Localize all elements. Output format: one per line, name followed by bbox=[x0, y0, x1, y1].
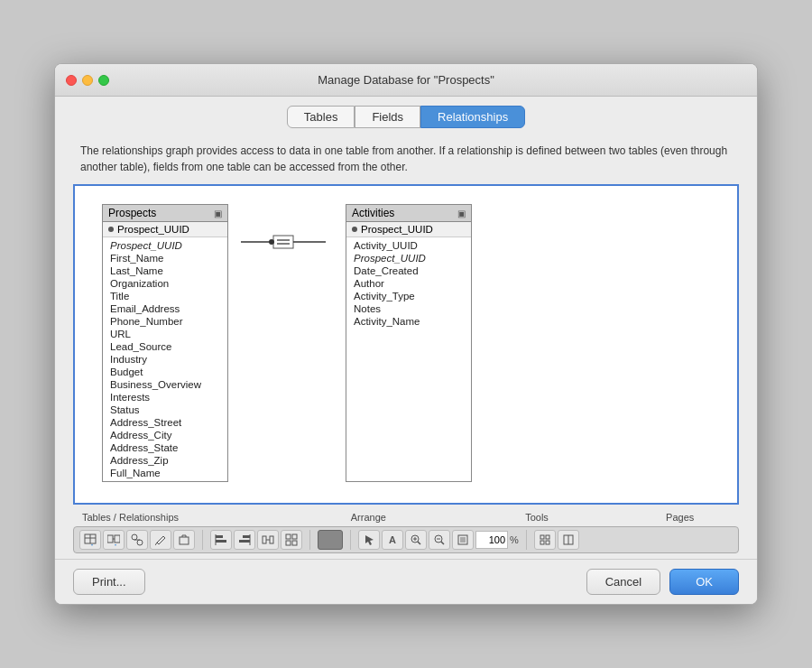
field-organization: Organization bbox=[103, 277, 227, 290]
activities-table-header: Activities ▣ bbox=[346, 205, 471, 222]
description-text: The relationships graph provides access … bbox=[55, 135, 757, 184]
svg-line-37 bbox=[418, 542, 420, 544]
activities-table-name: Activities bbox=[352, 207, 394, 219]
prospects-table-icon: ▣ bbox=[214, 209, 222, 218]
field-author: Author bbox=[346, 277, 471, 290]
svg-rect-25 bbox=[243, 535, 250, 538]
svg-rect-47 bbox=[540, 541, 544, 544]
sep2 bbox=[309, 530, 310, 550]
activities-key-dot-icon bbox=[352, 227, 357, 232]
zoom-out-button[interactable] bbox=[429, 530, 450, 550]
page-view-button[interactable] bbox=[558, 530, 579, 550]
svg-rect-44 bbox=[460, 537, 466, 543]
toolbar-section: Tables / Relationships Arrange Tools Pag… bbox=[55, 505, 757, 559]
toolbar-label-tables: Tables / Relationships bbox=[73, 512, 284, 523]
tab-tables[interactable]: Tables bbox=[287, 106, 355, 128]
tabs-bar: Tables Fields Relationships bbox=[55, 97, 757, 135]
activities-table[interactable]: Activities ▣ Prospect_UUID Activity_UUID… bbox=[346, 204, 472, 482]
field-phone: Phone_Number bbox=[103, 315, 227, 328]
field-last-name: Last_Name bbox=[103, 264, 227, 277]
prospects-field-list: Prospect_UUID First_Name Last_Name Organ… bbox=[103, 237, 227, 481]
svg-marker-35 bbox=[365, 535, 374, 545]
field-status: Status bbox=[103, 404, 227, 416]
pointer-tool-button[interactable] bbox=[358, 530, 380, 550]
toolbar-labels: Tables / Relationships Arrange Tools Pag… bbox=[73, 512, 739, 523]
svg-marker-13 bbox=[115, 544, 116, 546]
zoom-input[interactable]: 100 bbox=[475, 531, 508, 549]
svg-line-17 bbox=[155, 543, 157, 545]
tab-relationships[interactable]: Relationships bbox=[420, 106, 525, 128]
arrange-group bbox=[210, 530, 302, 550]
sep1 bbox=[202, 530, 203, 550]
field-budget: Budget bbox=[103, 366, 227, 378]
svg-rect-48 bbox=[546, 541, 549, 544]
field-title: Title bbox=[103, 290, 227, 302]
add-table-button[interactable] bbox=[79, 530, 101, 550]
add-relationship-button[interactable] bbox=[103, 530, 125, 550]
field-activity-uuid: Activity_UUID bbox=[346, 239, 471, 252]
edit-relationship-button[interactable] bbox=[126, 530, 148, 550]
footer-right: Cancel OK bbox=[586, 569, 739, 595]
svg-rect-32 bbox=[292, 534, 297, 539]
align-right-button[interactable] bbox=[234, 530, 255, 550]
svg-rect-23 bbox=[216, 540, 226, 543]
traffic-lights bbox=[66, 75, 109, 86]
toolbar-label-tools: Tools bbox=[453, 512, 622, 523]
cancel-button[interactable]: Cancel bbox=[586, 569, 660, 595]
svg-rect-28 bbox=[263, 536, 266, 543]
svg-rect-33 bbox=[286, 541, 291, 545]
align-left-button[interactable] bbox=[210, 530, 232, 550]
sep4 bbox=[526, 530, 527, 550]
prospects-table-header: Prospects ▣ bbox=[103, 205, 227, 222]
print-button[interactable]: Print... bbox=[73, 569, 145, 595]
sep3 bbox=[350, 530, 351, 550]
tools-group: A 100 % bbox=[358, 530, 519, 550]
text-tool-button[interactable]: A bbox=[382, 530, 403, 550]
field-business-overview: Business_Overview bbox=[103, 378, 227, 391]
zoom-unit: % bbox=[510, 534, 519, 545]
distribute-button[interactable] bbox=[257, 530, 279, 550]
svg-rect-18 bbox=[180, 537, 189, 544]
field-address-state: Address_State bbox=[103, 441, 227, 454]
toolbar-buttons: A 100 % bbox=[73, 526, 739, 553]
footer: Print... Cancel OK bbox=[55, 559, 757, 604]
tables-container: Prospects ▣ Prospect_UUID Prospect_UUID … bbox=[102, 204, 472, 482]
arrange-button[interactable] bbox=[281, 530, 302, 550]
ok-button[interactable]: OK bbox=[669, 569, 739, 595]
window-title: Manage Database for "Prospects" bbox=[318, 73, 494, 87]
pages-group bbox=[534, 530, 579, 550]
field-first-name: First_Name bbox=[103, 252, 227, 264]
activities-key-field-name: Prospect_UUID bbox=[361, 224, 433, 235]
tab-fields[interactable]: Fields bbox=[355, 106, 420, 128]
field-email: Email_Address bbox=[103, 302, 227, 315]
field-notes: Notes bbox=[346, 302, 471, 315]
prospects-key-field-name: Prospect_UUID bbox=[117, 224, 189, 235]
svg-rect-22 bbox=[216, 535, 223, 538]
toolbar-label-pages: Pages bbox=[621, 512, 739, 523]
prospects-table-name: Prospects bbox=[108, 207, 156, 219]
field-address-city: Address_City bbox=[103, 429, 227, 441]
field-date-created: Date_Created bbox=[346, 264, 471, 277]
close-button[interactable] bbox=[66, 75, 77, 86]
fit-button[interactable] bbox=[452, 530, 474, 550]
page-grid-button[interactable] bbox=[534, 530, 556, 550]
maximize-button[interactable] bbox=[98, 75, 109, 86]
field-activity-type: Activity_Type bbox=[346, 290, 471, 302]
svg-rect-10 bbox=[107, 535, 113, 543]
titlebar: Manage Database for "Prospects" bbox=[55, 64, 757, 97]
svg-point-15 bbox=[137, 540, 143, 545]
relationships-graph: Prospects ▣ Prospect_UUID Prospect_UUID … bbox=[73, 184, 739, 505]
svg-rect-45 bbox=[540, 535, 544, 539]
prospects-table[interactable]: Prospects ▣ Prospect_UUID Prospect_UUID … bbox=[102, 204, 228, 482]
color-picker-button[interactable] bbox=[318, 530, 343, 550]
minimize-button[interactable] bbox=[82, 75, 93, 86]
svg-rect-31 bbox=[286, 534, 291, 539]
svg-rect-29 bbox=[270, 536, 273, 543]
prospects-key-field: Prospect_UUID bbox=[103, 222, 227, 237]
zoom-in-button[interactable] bbox=[405, 530, 427, 550]
activities-table-icon: ▣ bbox=[457, 209, 466, 218]
toolbar-label-arrange: Arrange bbox=[284, 512, 453, 523]
delete-button[interactable] bbox=[173, 530, 195, 550]
pencil-button[interactable] bbox=[150, 530, 171, 550]
field-lead-source: Lead_Source bbox=[103, 340, 227, 353]
